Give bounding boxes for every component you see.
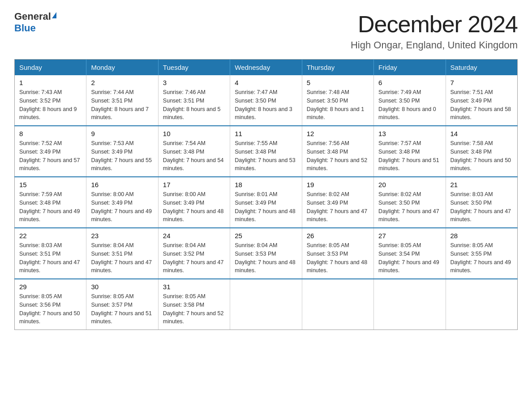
day-cell: 7 Sunrise: 7:51 AMSunset: 3:49 PMDayligh… [446,75,517,126]
day-info: Sunrise: 7:47 AMSunset: 3:50 PMDaylight:… [235,88,297,122]
calendar-body: 1 Sunrise: 7:43 AMSunset: 3:52 PMDayligh… [15,75,518,330]
day-cell: 19 Sunrise: 8:02 AMSunset: 3:49 PMDaylig… [302,177,373,228]
col-header-monday: Monday [86,60,158,76]
day-info: Sunrise: 8:04 AMSunset: 3:52 PMDaylight:… [163,241,225,275]
calendar-subtitle: High Ongar, England, United Kingdom [351,39,518,51]
day-number: 19 [307,181,369,188]
day-info: Sunrise: 8:05 AMSunset: 3:56 PMDaylight:… [19,292,82,326]
day-number: 10 [163,130,225,137]
header: General Blue December 2024 High Ongar, E… [14,11,518,51]
day-cell: 31 Sunrise: 8:05 AMSunset: 3:58 PMDaylig… [158,279,230,330]
day-number: 13 [378,130,441,137]
day-info: Sunrise: 7:59 AMSunset: 3:48 PMDaylight:… [19,190,82,224]
day-info: Sunrise: 7:44 AMSunset: 3:51 PMDaylight:… [91,88,153,122]
day-cell: 23 Sunrise: 8:04 AMSunset: 3:51 PMDaylig… [86,228,158,279]
day-cell: 17 Sunrise: 8:00 AMSunset: 3:49 PMDaylig… [158,177,230,228]
day-info: Sunrise: 7:57 AMSunset: 3:48 PMDaylight:… [378,139,441,173]
day-cell: 27 Sunrise: 8:05 AMSunset: 3:54 PMDaylig… [374,228,446,279]
logo-blue-text: Blue [14,22,36,34]
day-info: Sunrise: 8:00 AMSunset: 3:49 PMDaylight:… [163,190,225,224]
day-cell: 5 Sunrise: 7:48 AMSunset: 3:50 PMDayligh… [302,75,373,126]
day-cell: 10 Sunrise: 7:54 AMSunset: 3:48 PMDaylig… [158,126,230,177]
day-number: 6 [378,79,441,86]
day-number: 1 [19,79,82,86]
day-number: 17 [163,181,225,188]
day-cell: 20 Sunrise: 8:02 AMSunset: 3:50 PMDaylig… [374,177,446,228]
day-number: 15 [19,181,82,188]
day-number: 4 [235,79,297,86]
day-cell: 16 Sunrise: 8:00 AMSunset: 3:49 PMDaylig… [86,177,158,228]
day-info: Sunrise: 8:03 AMSunset: 3:51 PMDaylight:… [19,241,82,275]
day-number: 8 [19,130,82,137]
header-row: SundayMondayTuesdayWednesdayThursdayFrid… [15,60,518,76]
day-number: 27 [378,232,441,240]
day-cell: 25 Sunrise: 8:04 AMSunset: 3:53 PMDaylig… [230,228,302,279]
day-cell: 13 Sunrise: 7:57 AMSunset: 3:48 PMDaylig… [374,126,446,177]
day-cell [446,279,517,330]
logo-triangle-icon [52,12,56,18]
col-header-wednesday: Wednesday [230,60,302,76]
day-cell: 15 Sunrise: 7:59 AMSunset: 3:48 PMDaylig… [15,177,86,228]
day-number: 14 [450,130,513,137]
day-info: Sunrise: 8:05 AMSunset: 3:55 PMDaylight:… [450,241,513,275]
logo-general-text: General [14,11,51,22]
day-cell: 14 Sunrise: 7:58 AMSunset: 3:48 PMDaylig… [446,126,517,177]
day-cell: 2 Sunrise: 7:44 AMSunset: 3:51 PMDayligh… [86,75,158,126]
day-cell [374,279,446,330]
day-info: Sunrise: 7:48 AMSunset: 3:50 PMDaylight:… [307,88,369,122]
day-cell: 21 Sunrise: 8:03 AMSunset: 3:50 PMDaylig… [446,177,517,228]
day-number: 22 [19,232,82,240]
day-number: 2 [91,79,153,86]
day-info: Sunrise: 7:43 AMSunset: 3:52 PMDaylight:… [19,88,82,122]
calendar-table: SundayMondayTuesdayWednesdayThursdayFrid… [14,59,518,330]
day-info: Sunrise: 7:53 AMSunset: 3:49 PMDaylight:… [91,139,153,173]
day-number: 7 [450,79,513,86]
day-info: Sunrise: 8:02 AMSunset: 3:49 PMDaylight:… [307,190,369,224]
day-cell: 29 Sunrise: 8:05 AMSunset: 3:56 PMDaylig… [15,279,86,330]
calendar-title: December 2024 [351,11,518,38]
day-info: Sunrise: 8:02 AMSunset: 3:50 PMDaylight:… [378,190,441,224]
day-cell: 28 Sunrise: 8:05 AMSunset: 3:55 PMDaylig… [446,228,517,279]
day-cell: 18 Sunrise: 8:01 AMSunset: 3:49 PMDaylig… [230,177,302,228]
day-number: 29 [19,283,82,291]
day-info: Sunrise: 8:04 AMSunset: 3:51 PMDaylight:… [91,241,153,275]
day-info: Sunrise: 7:54 AMSunset: 3:48 PMDaylight:… [163,139,225,173]
week-row-1: 1 Sunrise: 7:43 AMSunset: 3:52 PMDayligh… [15,75,518,126]
day-cell: 3 Sunrise: 7:46 AMSunset: 3:51 PMDayligh… [158,75,230,126]
day-info: Sunrise: 8:05 AMSunset: 3:58 PMDaylight:… [163,292,225,326]
day-cell: 9 Sunrise: 7:53 AMSunset: 3:49 PMDayligh… [86,126,158,177]
day-number: 21 [450,181,513,188]
day-info: Sunrise: 8:00 AMSunset: 3:49 PMDaylight:… [91,190,153,224]
day-cell: 22 Sunrise: 8:03 AMSunset: 3:51 PMDaylig… [15,228,86,279]
day-number: 5 [307,79,369,86]
day-cell: 6 Sunrise: 7:49 AMSunset: 3:50 PMDayligh… [374,75,446,126]
week-row-4: 22 Sunrise: 8:03 AMSunset: 3:51 PMDaylig… [15,228,518,279]
day-number: 11 [235,130,297,137]
day-number: 24 [163,232,225,240]
day-number: 26 [307,232,369,240]
day-number: 28 [450,232,513,240]
day-info: Sunrise: 7:55 AMSunset: 3:48 PMDaylight:… [235,139,297,173]
day-info: Sunrise: 7:51 AMSunset: 3:49 PMDaylight:… [450,88,513,122]
day-cell: 1 Sunrise: 7:43 AMSunset: 3:52 PMDayligh… [15,75,86,126]
day-cell: 24 Sunrise: 8:04 AMSunset: 3:52 PMDaylig… [158,228,230,279]
day-info: Sunrise: 8:04 AMSunset: 3:53 PMDaylight:… [235,241,297,275]
day-info: Sunrise: 7:52 AMSunset: 3:49 PMDaylight:… [19,139,82,173]
day-info: Sunrise: 8:05 AMSunset: 3:57 PMDaylight:… [91,292,153,326]
day-number: 20 [378,181,441,188]
day-info: Sunrise: 7:58 AMSunset: 3:48 PMDaylight:… [450,139,513,173]
logo: General Blue [14,11,56,34]
day-info: Sunrise: 7:56 AMSunset: 3:48 PMDaylight:… [307,139,369,173]
day-number: 31 [163,283,225,291]
day-info: Sunrise: 8:05 AMSunset: 3:54 PMDaylight:… [378,241,441,275]
col-header-tuesday: Tuesday [158,60,230,76]
day-info: Sunrise: 7:46 AMSunset: 3:51 PMDaylight:… [163,88,225,122]
title-area: December 2024 High Ongar, England, Unite… [351,11,518,51]
day-number: 25 [235,232,297,240]
calendar-header: SundayMondayTuesdayWednesdayThursdayFrid… [15,60,518,76]
day-cell: 8 Sunrise: 7:52 AMSunset: 3:49 PMDayligh… [15,126,86,177]
day-info: Sunrise: 8:01 AMSunset: 3:49 PMDaylight:… [235,190,297,224]
col-header-saturday: Saturday [446,60,517,76]
day-info: Sunrise: 8:05 AMSunset: 3:53 PMDaylight:… [307,241,369,275]
day-cell: 26 Sunrise: 8:05 AMSunset: 3:53 PMDaylig… [302,228,373,279]
